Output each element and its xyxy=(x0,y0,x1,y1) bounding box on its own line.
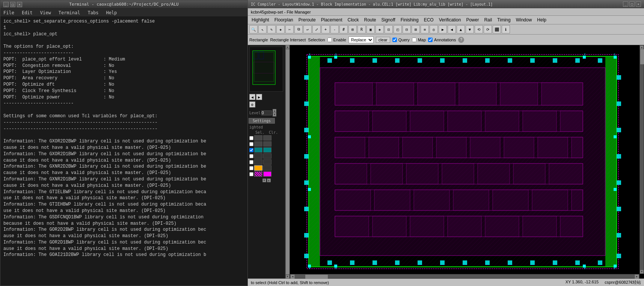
toolbar-r5-btn[interactable]: ◰ xyxy=(394,25,402,33)
toolbar-layer-btn[interactable]: ≡ xyxy=(421,25,429,33)
h-scroll-right[interactable]: ▶ xyxy=(635,274,639,278)
canvas-scrollbar-v[interactable]: ▲ ▼ xyxy=(639,45,644,274)
terminal-menu-help[interactable]: Help xyxy=(104,10,118,15)
v-scroll-thumb[interactable] xyxy=(640,49,644,64)
terminal-menu-file[interactable]: File xyxy=(2,10,16,15)
icc-menu-clock[interactable]: Clock xyxy=(345,17,361,23)
toolbar-v4-btn[interactable]: ▼ xyxy=(466,25,474,33)
toolbar-r1-btn[interactable]: R xyxy=(357,25,366,33)
help-circle-btn[interactable]: ? xyxy=(458,37,464,43)
v-scroll-up[interactable]: ▲ xyxy=(640,45,644,49)
toolbar-copy-btn[interactable]: ⧉ xyxy=(294,25,303,33)
panel-left-btn[interactable]: ◀ xyxy=(249,94,255,100)
svg-rect-49 xyxy=(335,190,371,210)
scrollbar-up-arrow[interactable]: ▲ xyxy=(286,45,290,49)
toolbar-v5-btn[interactable]: ⟲ xyxy=(475,25,483,33)
toolbar-r3-btn[interactable]: ◈ xyxy=(376,25,384,33)
toolbar-cut-btn[interactable]: ✂ xyxy=(285,25,294,33)
selection-dropdown[interactable]: Replace Add Remove xyxy=(348,36,374,43)
toolbar-v2-btn[interactable]: ◀ xyxy=(448,25,456,33)
icc-menu-placement[interactable]: Placement xyxy=(319,17,345,23)
icc-menu-rail[interactable]: Rail xyxy=(482,17,494,23)
toolbar-v3-btn[interactable]: ▲ xyxy=(457,25,465,33)
panel-scroll-up-btn[interactable]: ▲ xyxy=(267,179,271,182)
terminal-menu-edit[interactable]: Edit xyxy=(20,10,34,15)
svg-rect-26 xyxy=(410,111,444,132)
query-checkbox[interactable] xyxy=(392,38,397,42)
icc-menu-highlight[interactable]: Highlight xyxy=(249,17,271,23)
settings-gear-btn[interactable]: ⚙ xyxy=(249,101,255,107)
icc-minimize-button[interactable]: _ xyxy=(623,2,628,7)
toolbar-fit-btn[interactable]: ⤢ xyxy=(312,25,321,33)
color-check-5[interactable] xyxy=(249,166,253,170)
level-up-btn[interactable]: ▲ xyxy=(273,109,276,113)
icc-menu-eco[interactable]: ECO xyxy=(422,17,436,23)
h-scroll-thumb[interactable] xyxy=(305,275,328,278)
terminal-menu-tabs[interactable]: Tabs xyxy=(86,10,100,15)
toolbar-zoomin-btn[interactable]: + xyxy=(321,25,330,33)
settings-button[interactable]: Settings xyxy=(249,118,275,124)
svg-rect-22 xyxy=(541,83,583,105)
h-scroll-left[interactable]: ◀ xyxy=(290,274,295,278)
icc-menu-window[interactable]: Window xyxy=(514,17,534,23)
terminal-menu-view[interactable]: View xyxy=(39,10,53,15)
toolbar-r4-btn[interactable]: ⊡ xyxy=(385,25,393,33)
terminal-content[interactable]: icc_shell> set_separate_process_options … xyxy=(0,17,247,286)
icc-menu-help[interactable]: Help xyxy=(535,17,549,23)
terminal-maximize-button[interactable]: □ xyxy=(10,2,15,7)
icc-menu-power[interactable]: Power xyxy=(464,17,481,23)
coordinates: XY 1.360, -12.615 xyxy=(566,280,599,285)
annotations-checkbox[interactable] xyxy=(428,38,433,42)
color-check-2[interactable] xyxy=(249,148,253,152)
color-check-1[interactable] xyxy=(249,142,253,146)
toolbar-ptr-btn[interactable]: ✎ xyxy=(267,25,276,33)
toolbar-v1-btn[interactable]: ▶ xyxy=(439,25,447,33)
clear-button[interactable]: clear xyxy=(376,37,390,43)
svg-rect-45 xyxy=(478,163,510,184)
color-check-4[interactable] xyxy=(249,160,253,164)
clr-header: Clr. xyxy=(269,130,278,135)
icc-maximize-button[interactable]: □ xyxy=(629,2,635,7)
terminal-menu-terminal[interactable]: Terminal xyxy=(57,10,82,15)
v-scroll-down[interactable]: ▼ xyxy=(640,270,644,274)
icc-menu-signoff[interactable]: Signoff xyxy=(379,17,398,23)
color-check-3[interactable] xyxy=(249,154,253,158)
toolbar-undo-btn[interactable]: ↩ xyxy=(303,25,312,33)
panel-scroll-down-btn[interactable]: ▼ xyxy=(262,179,266,182)
left-panel-scrollbar[interactable]: ▲ ▼ xyxy=(285,45,290,278)
icc-menu-preroute[interactable]: Preroute xyxy=(296,17,318,23)
color-check-6[interactable] xyxy=(249,172,253,176)
toolbar-snap-btn[interactable]: ⊞ xyxy=(348,25,357,33)
toolbar-r6-btn[interactable]: ⊟ xyxy=(403,25,411,33)
toolbar-v6-btn[interactable]: ⟳ xyxy=(484,25,492,33)
color-swatch-3a xyxy=(254,153,262,159)
level-down-btn[interactable]: ▼ xyxy=(273,113,276,117)
icc-canvas[interactable]: × × × × × × × × ▲ ▼ ◀ ▶ xyxy=(290,45,644,278)
terminal-minimize-button[interactable]: _ xyxy=(3,2,9,7)
minimap xyxy=(249,47,283,92)
icc-menu-verification[interactable]: Verification xyxy=(437,17,463,23)
toolbar-r2-btn[interactable]: ▣ xyxy=(366,25,375,33)
panel-right-btn[interactable]: ▶ xyxy=(256,94,262,100)
level-input[interactable]: 0 xyxy=(261,110,272,115)
terminal-close-button[interactable]: × xyxy=(17,2,22,7)
icc-menu-timing[interactable]: Timing xyxy=(495,17,513,23)
icc-menu-floorplan[interactable]: Floorplan xyxy=(272,17,296,23)
toolbar-zoomout-btn[interactable]: - xyxy=(330,25,339,33)
toolbar-info-btn[interactable]: ℹ xyxy=(502,25,510,33)
map-checkbox[interactable] xyxy=(412,38,416,42)
toolbar-select-btn[interactable]: ↖ xyxy=(258,25,267,33)
toolbar-v7-btn[interactable]: ⬛ xyxy=(493,25,501,33)
toolbar-r7-btn[interactable]: ⊠ xyxy=(412,25,420,33)
toolbar-grid-btn[interactable]: # xyxy=(339,25,348,33)
icc-close-button[interactable]: × xyxy=(636,2,641,7)
enable-checkbox[interactable] xyxy=(327,38,332,42)
scrollbar-down-arrow[interactable]: ▼ xyxy=(286,275,290,278)
canvas-scrollbar-h[interactable]: ◀ ▶ xyxy=(290,274,639,278)
toolbar-zoom-btn[interactable]: 🔍 xyxy=(249,25,258,33)
icc-menu-route[interactable]: Route xyxy=(362,17,378,23)
toolbar-move-btn[interactable]: ✚ xyxy=(276,25,285,33)
icc-menu-finishing[interactable]: Finishing xyxy=(398,17,421,23)
color-check-0[interactable] xyxy=(249,136,253,140)
toolbar-color-btn[interactable]: ◎ xyxy=(430,25,438,33)
